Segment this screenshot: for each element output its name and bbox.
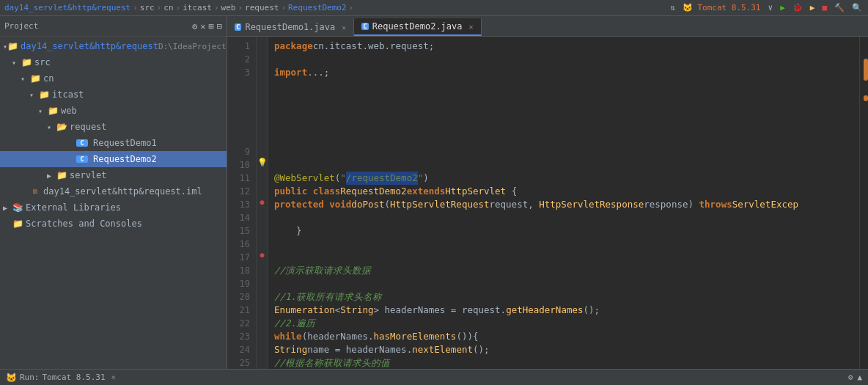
tab-close-1[interactable]: ✕ (342, 23, 346, 32)
code-content[interactable]: package cn.itcast.web.request; import ..… (268, 37, 859, 369)
sidebar-header: Project ⚙ ✕ ⊞ ⊟ (0, 16, 227, 37)
java-icon-rd1: C (76, 139, 88, 147)
tree-item-iml[interactable]: 🗎 day14_servlet&http&request.iml (0, 183, 227, 199)
run-tab[interactable]: 🐱 Run: Tomcat 8.5.31 × (6, 373, 116, 383)
breadcrumb-bar: day14_servlet&http&request › src › cn › … (0, 0, 868, 16)
run-btn[interactable]: ▶ (779, 3, 787, 12)
tree-label-itcast: itcast (52, 89, 84, 100)
breadcrumb-src[interactable]: src (140, 3, 155, 12)
breadcrumb-class[interactable]: RequestDemo2 (288, 3, 346, 12)
code-line-1: package cn.itcast.web.request; (268, 40, 859, 53)
sidebar: Project ⚙ ✕ ⊞ ⊟ ▾ 📁 day14_servlet&http&r… (0, 16, 227, 369)
scroll-accent-1 (864, 59, 868, 81)
code-line-6 (268, 106, 859, 119)
breadcrumb-request[interactable]: request (245, 3, 279, 12)
xml-icon: 🗎 (29, 188, 41, 195)
lightbulb-icon: 💡 (257, 155, 268, 169)
tree-arrow-servlet: ▶ (47, 172, 56, 180)
breakpoint-icon[interactable]: ● (257, 195, 268, 208)
stop-btn[interactable]: ■ (820, 3, 828, 12)
breadcrumb-sep6: › (281, 3, 286, 12)
tree-item-itcast[interactable]: ▾ 📁 itcast (0, 87, 227, 103)
code-line-10 (268, 158, 859, 172)
tree-arrow-itcast: ▾ (29, 91, 38, 99)
tree-item-servlet[interactable]: ▶ 📁 servlet (0, 167, 227, 183)
tree-arrow-cn: ▾ (21, 75, 29, 83)
folder-open-icon-request: 📂 (56, 122, 67, 132)
tree-item-requestdemo1[interactable]: C RequestDemo1 (0, 135, 227, 151)
build-icon[interactable]: 🔨 (833, 3, 846, 12)
run-label: Run: (20, 373, 40, 382)
folder-icon-itcast: 📁 (38, 89, 50, 100)
coverage-btn[interactable]: ▶ (809, 3, 817, 12)
tree-item-scratches[interactable]: 📁 Scratches and Consoles (0, 216, 227, 232)
breadcrumb-project[interactable]: day14_servlet&http&request (4, 3, 130, 12)
breadcrumb-sep4: › (214, 3, 219, 12)
sidebar-expand-icon[interactable]: ⊞ (209, 21, 214, 32)
breadcrumb-cn[interactable]: cn (163, 3, 173, 12)
breadcrumb-itcast[interactable]: itcast (183, 3, 212, 12)
code-line-23: while(headerNames.hasMoreElements()){ (268, 330, 859, 343)
up-btn[interactable]: ▲ (857, 373, 862, 382)
tree-suffix-project: D:\IdeaProjects\itcast\da (158, 42, 227, 51)
tab-requestdemo2[interactable]: C RequestDemo2.java ✕ (354, 18, 481, 36)
tree-item-src[interactable]: ▾ 📁 src (0, 54, 227, 70)
code-line-22: //2.遍历 (268, 317, 859, 330)
code-line-17 (268, 251, 859, 264)
breadcrumb-web[interactable]: web (221, 3, 236, 12)
tree-label-request: request (70, 122, 107, 132)
java-icon-rd2: C (76, 155, 88, 163)
folder-icon-web: 📁 (47, 106, 59, 116)
tree-label-servlet: servlet (70, 170, 107, 180)
code-line-15: } (268, 224, 859, 238)
tree-label-rd2: RequestDemo2 (93, 154, 157, 164)
breadcrumb-sep5: › (238, 3, 243, 12)
tab-requestdemo1[interactable]: C RequestDemo1.java ✕ (227, 18, 354, 36)
tab-close-2[interactable]: ✕ (469, 23, 474, 31)
code-line-16 (268, 238, 859, 251)
sidebar-settings-icon[interactable]: ⚙ (192, 21, 197, 32)
tree-arrow-web: ▾ (38, 107, 47, 115)
sidebar-collapse-icon[interactable]: ⊟ (217, 21, 222, 32)
tab-java-icon-2: C (361, 23, 368, 30)
code-editor: 1 2 3 9 10 11 12 13 14 15 16 17 (227, 37, 868, 369)
bottom-right: ⚙ ▲ (848, 373, 862, 382)
code-line-7 (268, 119, 859, 132)
right-scrollbar[interactable] (859, 37, 868, 369)
code-line-24: String name = headerNames.nextElement(); (268, 343, 859, 356)
sidebar-gear-icon[interactable]: ✕ (200, 21, 205, 32)
code-line-21: Enumeration<String> headerNames = reques… (268, 304, 859, 317)
tree-label-web: web (61, 106, 77, 116)
tree-item-web[interactable]: ▾ 📁 web (0, 103, 227, 119)
folder-icon-servlet: 📁 (56, 170, 67, 180)
tab-label-1: RequestDemo1.java (245, 22, 335, 32)
tree-item-extlibs[interactable]: ▶ 📚 External Libraries (0, 199, 227, 216)
top-actions: ⇅ 🐱 Tomcat 8.5.31 ∨ ▶ 🐞 ▶ ■ 🔨 🔍 (669, 3, 864, 12)
gutter: 💡 ● ● (257, 37, 268, 369)
breadcrumb-sep7: › (349, 3, 354, 12)
tree-item-cn[interactable]: ▾ 📁 cn (0, 70, 227, 87)
lib-icon: 📚 (12, 202, 23, 213)
tree-item-requestdemo2[interactable]: C RequestDemo2 (0, 151, 227, 167)
code-line-2 (268, 53, 859, 66)
settings-btn[interactable]: ⚙ (848, 373, 853, 382)
line-numbers: 1 2 3 9 10 11 12 13 14 15 16 17 (227, 37, 257, 369)
tab-close-run[interactable]: × (111, 373, 117, 382)
search-icon[interactable]: 🔍 (850, 3, 864, 12)
editor-area: C RequestDemo1.java ✕ C RequestDemo2.jav… (227, 16, 868, 369)
scroll-accent-2 (864, 95, 868, 101)
tree-item-request[interactable]: ▾ 📂 request (0, 119, 227, 135)
breadcrumb-sep2: › (157, 3, 162, 12)
tree-label-src: src (34, 57, 51, 67)
code-line-12: public class RequestDemo2 extends HttpSe… (268, 185, 859, 198)
sort-icon[interactable]: ⇅ (669, 3, 677, 12)
folder-icon-scratches: 📁 (12, 219, 23, 229)
code-line-25: //根据名称获取请求头的值 (268, 356, 859, 369)
debug-btn[interactable]: 🐞 (791, 3, 804, 12)
editor-tabs: C RequestDemo1.java ✕ C RequestDemo2.jav… (227, 16, 868, 37)
code-line-9 (268, 145, 859, 158)
tree-item-project[interactable]: ▾ 📁 day14_servlet&http&request D:\IdeaPr… (0, 38, 227, 54)
tree-label-project: day14_servlet&http&request (21, 41, 158, 51)
breakpoint-icon2[interactable]: ● (257, 248, 268, 261)
dropdown-icon[interactable]: ∨ (767, 3, 775, 12)
